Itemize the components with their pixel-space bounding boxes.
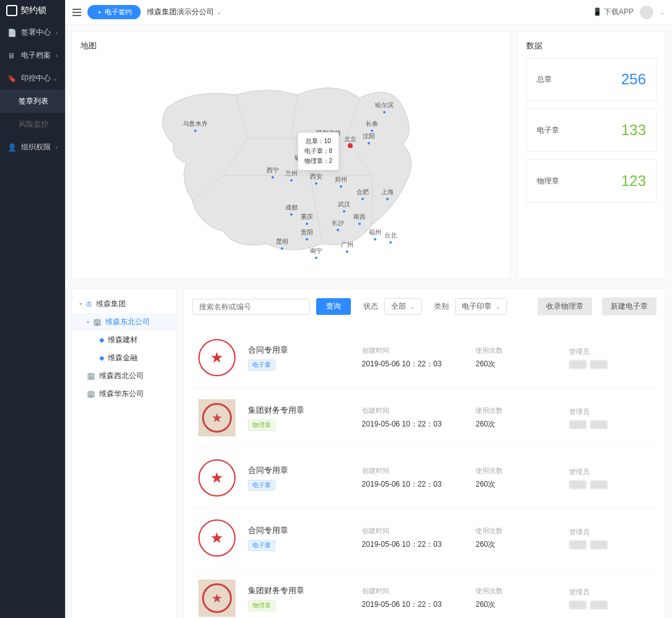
stat-card-2: 物理章123 xyxy=(526,159,657,203)
stamp-icon: 🔖 xyxy=(7,74,16,83)
svg-text:长沙: 长沙 xyxy=(332,219,344,226)
status-select[interactable]: 全部 ⌄ xyxy=(384,298,422,315)
svg-point-20 xyxy=(340,185,342,188)
chevron-right-icon: › xyxy=(56,144,58,151)
record-physical-button[interactable]: 收录物理章 xyxy=(537,298,592,316)
col-count-label: 使用次数 xyxy=(475,586,557,596)
seal-circle: ★ xyxy=(198,459,236,497)
svg-point-48 xyxy=(348,143,353,148)
menu-toggle-icon[interactable] xyxy=(73,9,81,16)
stat-label: 物理章 xyxy=(537,176,559,187)
col-created-label: 创建时间 xyxy=(362,586,464,596)
seal-name: 合同专用章 xyxy=(248,345,350,356)
tree-root[interactable]: ▾ ♔ 维森集团 xyxy=(72,295,176,313)
building-icon: 🏢 xyxy=(93,318,102,326)
svg-point-0 xyxy=(194,130,197,132)
col-admin-label: 管理员 xyxy=(569,347,650,356)
type-select[interactable]: 电子印章 ⌄ xyxy=(455,298,507,315)
seal-row[interactable]: ★ 合同专用章 电子章 创建时间 2019-05-06 10：22：03 使用次… xyxy=(192,448,657,508)
data-title: 数据 xyxy=(526,40,657,51)
svg-point-18 xyxy=(315,182,317,185)
cube-icon: ◆ xyxy=(99,336,104,344)
tree-item[interactable]: ◆维森建材 xyxy=(72,331,176,349)
cube-icon: ◆ xyxy=(99,354,104,362)
seal-name: 集团财务专用章 xyxy=(248,585,350,596)
seal-circle: ★ xyxy=(198,339,236,376)
svg-point-42 xyxy=(346,250,348,253)
search-input[interactable] xyxy=(192,299,310,315)
col-count-value: 260次 xyxy=(475,539,557,550)
seal-tag: 电子章 xyxy=(248,540,275,551)
monitor-icon: 🖥 xyxy=(7,51,16,60)
e-sign-button[interactable]: ＋ 电子签约 xyxy=(87,5,141,19)
map-tooltip: 总章：10 电子章：8 物理章：2 xyxy=(298,132,340,170)
tree-item-label: 维森华东公司 xyxy=(99,389,144,399)
svg-point-2 xyxy=(383,111,386,113)
seal-name: 合同专用章 xyxy=(248,525,350,536)
nav-sign-center[interactable]: 📄签署中心 › xyxy=(0,21,65,44)
seal-list-panel: 查询 状态 全部 ⌄ 类别 电子印章 ⌄ 收录物理章 新建电子章 xyxy=(183,288,666,618)
building-icon: 🏢 xyxy=(87,390,95,398)
nav-seal-center[interactable]: 🔖印控中心 ⌄ xyxy=(0,67,65,90)
col-created-value: 2019-05-06 10：22：03 xyxy=(362,479,464,490)
col-created-value: 2019-05-06 10：22：03 xyxy=(362,419,464,430)
tree-item[interactable]: ▾🏢维森东北公司 xyxy=(72,313,176,331)
subnav-risk[interactable]: 风险监控 xyxy=(0,113,65,136)
svg-text:兰州: 兰州 xyxy=(285,170,298,177)
new-eseal-button[interactable]: 新建电子章 xyxy=(602,298,657,316)
svg-point-4 xyxy=(371,130,373,132)
svg-point-30 xyxy=(343,210,345,213)
company-selector[interactable]: 维森集团演示分公司 ⌄ xyxy=(147,7,221,17)
col-created-label: 创建时间 xyxy=(362,526,464,536)
nav-archive[interactable]: 🖥电子档案 › xyxy=(0,44,65,67)
chevron-down-icon: ⌄ xyxy=(495,303,500,310)
stat-label: 总章 xyxy=(537,74,552,85)
svg-text:重庆: 重庆 xyxy=(301,213,313,220)
svg-point-16 xyxy=(290,179,293,182)
svg-point-44 xyxy=(374,238,376,241)
seal-row[interactable]: ★ 合同专用章 电子章 创建时间 2019-05-06 10：22：03 使用次… xyxy=(192,328,657,388)
svg-point-24 xyxy=(386,198,389,200)
svg-text:西宁: 西宁 xyxy=(267,167,279,174)
tree-item-label: 维森建材 xyxy=(108,335,138,345)
tree-item[interactable]: 🏢维森西北公司 xyxy=(72,367,176,385)
user-avatar[interactable] xyxy=(640,6,653,19)
map-panel: 地图 乌鲁木齐哈尔滨长春沈阳北京呼和浩特银川西宁兰州西安郑州合肥上海成都重庆武汉… xyxy=(71,31,511,279)
tree-item[interactable]: ◆维森金融 xyxy=(72,349,176,367)
col-created-label: 创建时间 xyxy=(362,466,464,475)
svg-text:合肥: 合肥 xyxy=(356,188,369,195)
document-icon: 📄 xyxy=(7,29,16,37)
map-title: 地图 xyxy=(81,40,502,51)
china-map[interactable]: 乌鲁木齐哈尔滨长春沈阳北京呼和浩特银川西宁兰州西安郑州合肥上海成都重庆武汉南昌长… xyxy=(136,64,446,262)
brand-name: 契约锁 xyxy=(20,5,46,16)
download-app-link[interactable]: 📱 下载APP xyxy=(593,7,634,17)
chevron-right-icon: › xyxy=(56,29,58,36)
seal-circle: ★ xyxy=(198,519,236,557)
svg-point-46 xyxy=(389,241,392,244)
stat-card-1: 电子章133 xyxy=(526,108,657,152)
seal-name: 合同专用章 xyxy=(248,465,350,476)
col-admin-value xyxy=(569,420,650,429)
chevron-down-icon: ⌄ xyxy=(53,75,58,82)
col-admin-label: 管理员 xyxy=(569,407,650,417)
logo-icon xyxy=(6,5,17,16)
nav-org-perm[interactable]: 👤组织权限 › xyxy=(0,136,65,159)
svg-point-26 xyxy=(290,213,293,216)
seal-photo: ★ xyxy=(198,580,236,617)
svg-text:广州: 广州 xyxy=(341,241,353,248)
svg-point-38 xyxy=(306,238,308,241)
tree-expand-icon: ▾ xyxy=(87,319,89,325)
subnav-seal-list[interactable]: 签章列表 xyxy=(0,90,65,113)
seal-row[interactable]: ★ 集团财务专用章 物理章 创建时间 2019-05-06 10：22：03 使… xyxy=(192,568,657,618)
svg-point-22 xyxy=(361,198,364,200)
stat-value: 123 xyxy=(621,172,646,190)
seal-row[interactable]: ★ 合同专用章 电子章 创建时间 2019-05-06 10：22：03 使用次… xyxy=(192,508,657,568)
col-count-label: 使用次数 xyxy=(475,406,557,415)
seal-row[interactable]: ★ 集团财务专用章 物理章 创建时间 2019-05-06 10：22：03 使… xyxy=(192,388,657,448)
col-count-label: 使用次数 xyxy=(475,526,557,536)
filter-bar: 查询 状态 全部 ⌄ 类别 电子印章 ⌄ 收录物理章 新建电子章 xyxy=(192,298,657,316)
svg-point-36 xyxy=(281,247,283,250)
sidebar: 契约锁 📄签署中心 › 🖥电子档案 › 🔖印控中心 ⌄ 签章列表 风险监控 👤组… xyxy=(0,0,65,618)
search-button[interactable]: 查询 xyxy=(316,298,351,315)
tree-item[interactable]: 🏢维森华东公司 xyxy=(72,385,176,403)
